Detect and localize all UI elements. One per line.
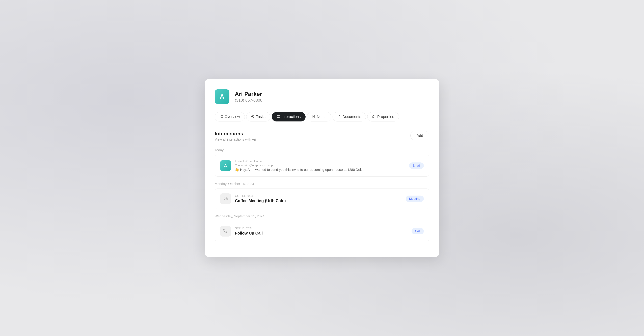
tab-documents-label: Documents — [342, 115, 361, 119]
tab-tasks-label: Tasks — [256, 115, 266, 119]
svg-point-5 — [252, 116, 253, 117]
date-group-sep11: Wednesday, September 11, 2024 SEP 11, 20… — [215, 214, 429, 241]
tab-bar: Overview Tasks Interactions — [215, 112, 429, 121]
interaction-from-email: You to ari.p@outpost-crm.app — [235, 164, 405, 167]
contact-header: A Ari Parker (310) 657-0800 — [215, 89, 429, 104]
documents-icon — [338, 115, 341, 119]
tab-properties-label: Properties — [377, 115, 394, 119]
interactions-icon — [276, 115, 280, 119]
overview-icon — [220, 115, 223, 119]
section-subtitle: View all interactions with Ari — [215, 138, 256, 141]
tab-overview-label: Overview — [224, 115, 240, 119]
interaction-preview-email: 👋 Hey, Ari! I wanted to send you this in… — [235, 168, 405, 172]
contact-phone: (310) 657-0800 — [235, 98, 262, 103]
section-title-block: Interactions View all interactions with … — [215, 131, 256, 141]
interaction-icon-meeting — [220, 193, 231, 204]
svg-rect-0 — [220, 115, 221, 116]
interaction-content-meeting: OCT 14, 2024 Coffee Meeting (Urth Cafe) — [235, 194, 402, 203]
interaction-item-meeting[interactable]: OCT 14, 2024 Coffee Meeting (Urth Cafe) … — [215, 189, 429, 209]
tab-tasks[interactable]: Tasks — [246, 112, 270, 121]
interaction-title-email: Invite To Open House — [235, 159, 405, 163]
svg-rect-8 — [277, 117, 278, 118]
interaction-content-call: SEP 11, 2024 Follow Up Call — [235, 227, 408, 236]
svg-point-14 — [225, 197, 226, 199]
properties-icon — [372, 115, 376, 119]
interaction-item-call[interactable]: SEP 11, 2024 Follow Up Call Call — [215, 221, 429, 241]
interaction-item-email[interactable]: A Invite To Open House You to ari.p@outp… — [215, 155, 429, 177]
tasks-icon — [251, 115, 254, 119]
svg-rect-6 — [277, 115, 278, 116]
date-label-today: Today — [215, 148, 429, 152]
badge-meeting: Meeting — [406, 196, 424, 202]
interaction-title-call: Follow Up Call — [235, 231, 408, 236]
date-group-oct14: Monday, October 14, 2024 OCT 14, 2024 Co… — [215, 182, 429, 209]
add-button[interactable]: Add — [410, 131, 429, 140]
badge-call: Call — [412, 228, 424, 234]
tab-notes[interactable]: Notes — [307, 112, 331, 121]
interaction-meta-call: SEP 11, 2024 — [235, 227, 408, 230]
svg-rect-9 — [278, 117, 280, 118]
tab-documents[interactable]: Documents — [332, 112, 366, 121]
date-label-oct14: Monday, October 14, 2024 — [215, 182, 429, 186]
interaction-avatar-email: A — [220, 160, 231, 171]
notes-icon — [312, 115, 315, 119]
tab-overview[interactable]: Overview — [215, 112, 245, 121]
tab-interactions[interactable]: Interactions — [272, 112, 306, 121]
date-label-sep11: Wednesday, September 11, 2024 — [215, 214, 429, 218]
interaction-meta-meeting: OCT 14, 2024 — [235, 194, 402, 198]
svg-rect-7 — [278, 115, 280, 116]
contact-info: Ari Parker (310) 657-0800 — [235, 91, 262, 103]
interaction-content-email: Invite To Open House You to ari.p@outpos… — [235, 159, 405, 172]
tab-notes-label: Notes — [317, 115, 326, 119]
svg-rect-1 — [222, 115, 222, 116]
badge-email: Email — [409, 162, 424, 169]
contact-name: Ari Parker — [235, 91, 262, 97]
svg-rect-2 — [220, 117, 221, 118]
contact-card: A Ari Parker (310) 657-0800 Overview — [204, 79, 440, 257]
section-title: Interactions — [215, 131, 256, 137]
tab-interactions-label: Interactions — [282, 115, 301, 119]
interaction-title-meeting: Coffee Meeting (Urth Cafe) — [235, 198, 402, 203]
section-header: Interactions View all interactions with … — [215, 131, 429, 141]
date-group-today: Today A Invite To Open House You to ari.… — [215, 148, 429, 177]
svg-rect-3 — [222, 117, 222, 118]
interaction-icon-call — [220, 226, 231, 237]
tab-properties[interactable]: Properties — [367, 112, 399, 121]
avatar: A — [215, 89, 230, 104]
svg-point-15 — [226, 198, 228, 199]
